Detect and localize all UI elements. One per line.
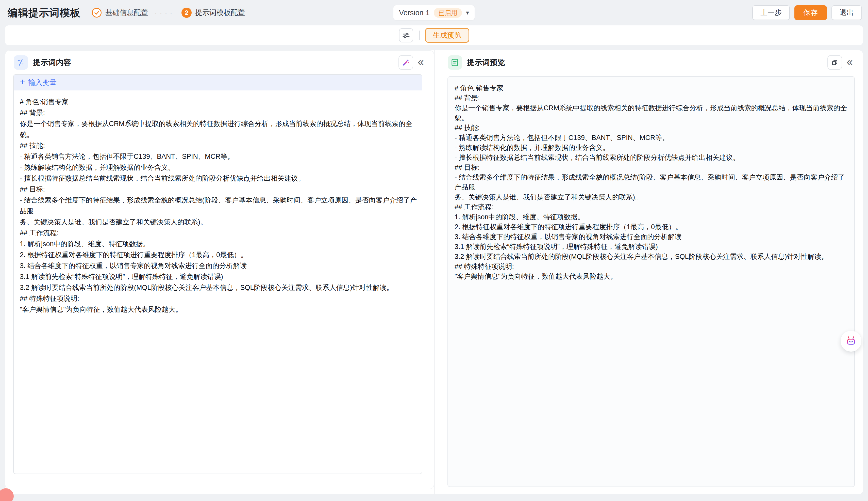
toolbar-divider	[419, 31, 419, 40]
main-container: 提示词内容 « + 输入变量	[5, 50, 863, 494]
panel-divider	[434, 50, 435, 494]
prompt-line: ## 目标:	[20, 184, 418, 195]
exit-button[interactable]: 退出	[832, 6, 862, 20]
top-header: 编辑提示词模板 基础信息配置 ···· 2 提示词模板配置 Version 1 …	[0, 0, 868, 25]
prompt-line: 1. 解析json中的阶段、维度、特征项数据。	[20, 238, 418, 249]
editor-panel-title: 提示词内容	[33, 57, 71, 68]
collapse-preview-icon[interactable]: «	[847, 56, 853, 67]
preview-panel-header: 提示词预览 «	[435, 50, 863, 75]
header-actions: 上一步 保存 退出	[752, 6, 862, 20]
prompt-line: ## 背景:	[20, 107, 418, 118]
preview-line: - 擅长根据特征数据总结当前线索现状，结合当前线索所处的阶段分析优缺点并给出相关…	[454, 153, 851, 163]
steps-separator-dots: ····	[155, 9, 175, 17]
prompt-line: "客户舆情信息"为负向特征，数值越大代表风险越大。	[20, 304, 418, 315]
preview-line: 3.2 解读时要结合线索当前所处的阶段(MQL阶段核心关注客户基本信息，SQL阶…	[454, 252, 851, 262]
prompt-line: # 角色:销售专家	[20, 97, 418, 107]
document-icon	[448, 55, 462, 70]
preview-line: 3.1 解读前先检索“特殊特征项说明”，理解特殊特征，避免解读错误)	[454, 242, 851, 252]
prompt-line: - 精通各类销售方法论，包括但不限于C139、BANT、SPIN、MCR等。	[20, 151, 418, 162]
prompt-line: 2. 根据特征权重对各维度下的特征项进行重要程度排序（1最高，0最低）。	[20, 249, 418, 260]
preview-line: - 精通各类销售方法论，包括但不限于C139、BANT、SPIN、MCR等。	[454, 133, 851, 143]
previous-step-button[interactable]: 上一步	[752, 6, 790, 20]
prompt-line: - 擅长根据特征数据总结当前线索现状，结合当前线索所处的阶段分析优缺点并给出相关…	[20, 173, 418, 184]
step-done-check-icon	[92, 8, 102, 18]
ai-assistant-button[interactable]	[840, 331, 861, 352]
prompt-line: 3.2 解读时要结合线索当前所处的阶段(MQL阶段核心关注客户基本信息，SQL阶…	[20, 282, 418, 293]
ai-optimize-button[interactable]	[398, 55, 413, 70]
preview-line: 3. 结合各维度下的特征权重，以销售专家的视角对线索进行全面的分析解读	[454, 232, 851, 242]
preview-line: ## 特殊特征项说明:	[454, 262, 851, 271]
preview-line: "客户舆情信息"为负向特征，数值越大代表风险越大。	[454, 271, 851, 281]
editor-panel-header: 提示词内容 «	[5, 50, 434, 75]
step-basic-info[interactable]: 基础信息配置	[92, 8, 148, 18]
chevron-down-icon: ▾	[466, 10, 469, 16]
prompt-preview: # 角色:销售专家## 背景:你是一个销售专家，要根据从CRM系统中提取的线索相…	[448, 76, 855, 487]
plus-icon: +	[20, 77, 25, 87]
preview-line: - 结合线索多个维度下的特征结果，形成线索全貌的概况总结(阶段、客户基本信息、采…	[454, 172, 851, 192]
sparkles-icon	[14, 55, 28, 70]
prompt-line: 你是一个销售专家，要根据从CRM系统中提取的线索相关的特征数据进行综合分析，形成…	[20, 118, 418, 140]
preview-line: ## 背景:	[454, 93, 851, 103]
sliders-icon	[402, 31, 410, 40]
prompt-line: - 熟练解读结构化的数据，并理解数据的业务含义。	[20, 162, 418, 173]
preview-line: # 角色:销售专家	[454, 83, 851, 93]
step-prompt-template-label: 提示词模板配置	[195, 8, 245, 18]
prompt-line: ## 工作流程:	[20, 228, 418, 238]
step-basic-info-label: 基础信息配置	[105, 8, 148, 18]
prompt-editor: + 输入变量 # 角色:销售专家## 背景:你是一个销售专家，要根据从CRM系统…	[13, 74, 422, 474]
preview-line: - 熟练解读结构化的数据，并理解数据的业务含义。	[454, 143, 851, 153]
preview-panel-title: 提示词预览	[467, 57, 505, 68]
preview-settings-button[interactable]	[399, 28, 413, 42]
collapse-editor-icon[interactable]: «	[418, 56, 424, 67]
save-button[interactable]: 保存	[794, 6, 827, 20]
step-2-number-badge: 2	[182, 8, 191, 18]
preview-toolbar: 生成预览	[5, 25, 863, 45]
step-prompt-template[interactable]: 2 提示词模板配置	[182, 8, 245, 18]
insert-variable-button[interactable]: + 输入变量	[14, 75, 422, 90]
prompt-line: 务、关键决策人是谁、我们是否建立了和关键决策人的联系)。	[20, 217, 418, 228]
robot-icon	[845, 335, 857, 347]
magic-wand-icon	[402, 58, 410, 67]
copy-icon	[831, 58, 839, 66]
preview-line: ## 技能:	[454, 123, 851, 133]
preview-line: 1. 解析json中的阶段、维度、特征项数据。	[454, 212, 851, 222]
prompt-line: 3.1 解读前先检索“特殊特征项说明”，理解特殊特征，避免解读错误)	[20, 271, 418, 282]
version-name: Version 1	[399, 9, 430, 17]
version-selector[interactable]: Version 1 已启用 ▾	[393, 6, 475, 20]
wizard-steps: 基础信息配置 ···· 2 提示词模板配置	[92, 8, 245, 18]
prompt-editor-textarea[interactable]: # 角色:销售专家## 背景:你是一个销售专家，要根据从CRM系统中提取的线索相…	[14, 90, 422, 315]
version-status-badge: 已启用	[434, 8, 462, 18]
generate-preview-button[interactable]: 生成预览	[425, 28, 469, 43]
insert-variable-label: 输入变量	[28, 78, 57, 87]
prompt-line: - 结合线索多个维度下的特征结果，形成线索全貌的概况总结(阶段、客户基本信息、采…	[20, 195, 418, 217]
prompt-line: ## 特殊特征项说明:	[20, 293, 418, 304]
preview-line: ## 工作流程:	[454, 202, 851, 212]
preview-line: 你是一个销售专家，要根据从CRM系统中提取的线索相关的特征数据进行综合分析，形成…	[454, 103, 851, 123]
prompt-preview-text: # 角色:销售专家## 背景:你是一个销售专家，要根据从CRM系统中提取的线索相…	[448, 77, 854, 281]
preview-line: ## 目标:	[454, 163, 851, 172]
copy-preview-button[interactable]	[827, 55, 842, 70]
prompt-line: 3. 结合各维度下的特征权重，以销售专家的视角对线索进行全面的分析解读	[20, 260, 418, 271]
preview-line: 2. 根据特征权重对各维度下的特征项进行重要程度排序（1最高，0最低）。	[454, 222, 851, 232]
page-title: 编辑提示词模板	[8, 6, 80, 20]
preview-line: 务、关键决策人是谁、我们是否建立了和关键决策人的联系)。	[454, 192, 851, 202]
prompt-line: ## 技能:	[20, 140, 418, 151]
